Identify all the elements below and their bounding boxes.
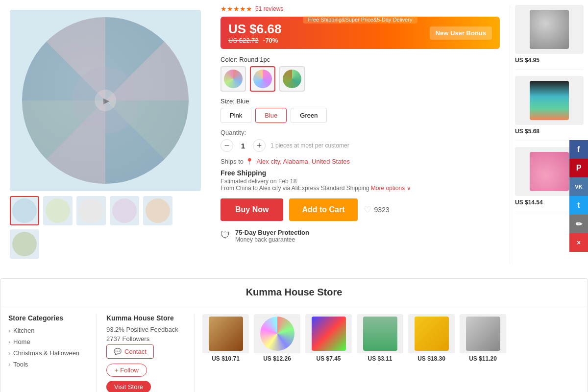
- main-product-image: [10, 10, 201, 191]
- store-product-img-2: [254, 314, 300, 353]
- color-swatch-green[interactable]: [279, 66, 305, 92]
- store-product-card-1[interactable]: US $10.71: [202, 314, 249, 362]
- buyer-protection-box: 🛡 75-Day Buyer Protection Money back gua…: [220, 229, 500, 243]
- color-swatches: [220, 66, 500, 92]
- shipping-from: From China to Alex city via AliExpress S…: [220, 185, 500, 192]
- review-count[interactable]: 51 reviews: [255, 5, 283, 12]
- store-category-kitchen[interactable]: Kitchen: [8, 327, 88, 334]
- buy-now-button[interactable]: Buy Now: [220, 198, 283, 221]
- visit-store-button[interactable]: Visit Store: [106, 381, 151, 392]
- store-categories-title: Store Categories: [8, 314, 88, 322]
- vk-share-button[interactable]: VK: [569, 177, 588, 196]
- thumbnail-6[interactable]: [10, 229, 39, 259]
- sidebar-product-image-2: [515, 76, 584, 125]
- thumbnail-strip: [10, 196, 201, 259]
- store-product-img-4: [357, 314, 403, 353]
- location-link[interactable]: Alex city, Alabama, United States: [257, 158, 350, 165]
- sidebar-product-price-1: US $4.95: [515, 57, 583, 64]
- store-product-price-5: US $18.30: [408, 355, 455, 362]
- thumbnail-4[interactable]: [110, 196, 139, 225]
- shield-icon: 🛡: [220, 230, 230, 241]
- protection-subtitle: Money back guarantee: [235, 236, 309, 243]
- contact-button[interactable]: 💬 Contact: [106, 344, 154, 359]
- ships-to-row: Ships to 📍 Alex city, Alabama, United St…: [220, 158, 500, 165]
- store-category-list: Kitchen Home Christmas & Halloween Tools: [8, 327, 88, 368]
- thumbnail-5[interactable]: [143, 196, 172, 225]
- store-feedback: 93.2% Positive Feedback: [106, 326, 184, 333]
- facebook-share-button[interactable]: f: [569, 140, 588, 159]
- store-product-img-6: [460, 314, 506, 353]
- store-action-buttons: + Follow Visit Store: [106, 364, 184, 392]
- store-product-price-6: US $11.20: [460, 355, 506, 362]
- action-buttons-row: Buy Now Add to Cart ♡ 9323: [220, 198, 500, 221]
- size-buttons: Pink Blue Green: [220, 108, 500, 123]
- size-pink[interactable]: Pink: [220, 108, 251, 123]
- image-column: [0, 5, 211, 264]
- store-product-card-2[interactable]: US $12.26: [254, 314, 300, 362]
- location-icon: 📍: [245, 158, 253, 165]
- store-product-price-4: US $3.11: [357, 355, 403, 362]
- store-product-card-6[interactable]: US $11.20: [460, 314, 506, 362]
- quantity-increase[interactable]: +: [253, 139, 266, 152]
- follow-button[interactable]: + Follow: [106, 364, 147, 377]
- store-product-price-3: US $7.45: [305, 355, 352, 362]
- color-swatch-multi[interactable]: [220, 66, 246, 92]
- close-social-button[interactable]: ×: [569, 233, 588, 252]
- new-user-bonus-badge: New User Bonus: [430, 26, 492, 40]
- twitter-share-button[interactable]: t: [569, 196, 588, 215]
- edit-button[interactable]: ✏: [569, 215, 588, 233]
- more-shipping-options[interactable]: More options ∨: [371, 185, 411, 192]
- shipping-box: Free Shipping Estimated delivery on Feb …: [220, 169, 500, 192]
- chat-icon: 💬: [114, 348, 122, 355]
- heart-icon: ♡: [364, 204, 371, 215]
- thumbnail-2[interactable]: [43, 196, 73, 225]
- size-label: Size: Blue: [220, 98, 500, 105]
- store-category-home[interactable]: Home: [8, 338, 88, 345]
- price-banner: Free Shipping&Super Price&5-Day Delivery…: [220, 17, 500, 49]
- sidebar-product-2[interactable]: US $5.68: [515, 76, 583, 141]
- size-green[interactable]: Green: [291, 108, 327, 123]
- color-label: Color: Round 1pc: [220, 56, 500, 63]
- color-swatch-round1[interactable]: [250, 66, 275, 92]
- thumbnail-3[interactable]: [76, 196, 106, 225]
- sidebar-product-1[interactable]: US $4.95: [515, 5, 583, 70]
- product-info-column: ★★★★★ 51 reviews Free Shipping&Super Pri…: [211, 5, 510, 264]
- shipping-title: Free Shipping: [220, 169, 500, 177]
- original-price: US $22.72: [228, 37, 258, 44]
- wishlist-count: 9323: [374, 206, 390, 214]
- store-product-card-5[interactable]: US $18.30: [408, 314, 455, 362]
- thumbnail-1[interactable]: [10, 196, 39, 225]
- store-product-card-3[interactable]: US $7.45: [305, 314, 352, 362]
- wishlist-button[interactable]: ♡ 9323: [364, 204, 390, 215]
- sidebar-product-price-2: US $5.68: [515, 128, 583, 135]
- store-product-img-3: [305, 314, 352, 353]
- store-product-card-4[interactable]: US $3.11: [357, 314, 403, 362]
- store-product-img-5: [408, 314, 455, 353]
- store-info-panel: Kumma House Store 93.2% Positive Feedbac…: [97, 314, 195, 392]
- store-product-price-1: US $10.71: [202, 355, 249, 362]
- store-followers: 2737 Followers: [106, 335, 184, 343]
- shipping-delivery: Estimated delivery on Feb 18: [220, 178, 500, 185]
- pinterest-share-button[interactable]: P: [569, 159, 588, 177]
- color-option-row: Color: Round 1pc: [220, 56, 500, 92]
- free-shipping-top-label: Free Shipping&Super Price&5-Day Delivery: [303, 16, 417, 24]
- current-price: US $6.68: [228, 22, 281, 37]
- store-category-tools[interactable]: Tools: [8, 361, 88, 368]
- store-categories: Store Categories Kitchen Home Christmas …: [8, 314, 97, 392]
- store-name-header: Kumma House Store: [0, 279, 588, 306]
- quantity-value: 1: [238, 142, 248, 150]
- quantity-decrease[interactable]: −: [220, 139, 233, 152]
- size-option-row: Size: Blue Pink Blue Green: [220, 98, 500, 123]
- store-products-grid: US $10.71 US $12.26 US $7.45: [195, 314, 580, 392]
- social-sidebar: f P VK t ✏ ×: [569, 140, 588, 252]
- store-category-christmas[interactable]: Christmas & Halloween: [8, 349, 88, 357]
- ships-to-label: Ships to: [220, 158, 244, 165]
- add-to-cart-button[interactable]: Add to Cart: [289, 198, 357, 221]
- size-blue[interactable]: Blue: [255, 108, 287, 123]
- store-name-small: Kumma House Store: [106, 314, 184, 322]
- star-rating: ★★★★★: [220, 5, 252, 13]
- quantity-row: Quantity: − 1 + 1 pieces at most per cus…: [220, 129, 500, 152]
- quantity-note: 1 pieces at most per customer: [270, 142, 349, 149]
- store-product-img-1: [202, 314, 249, 353]
- store-product-price-2: US $12.26: [254, 355, 300, 362]
